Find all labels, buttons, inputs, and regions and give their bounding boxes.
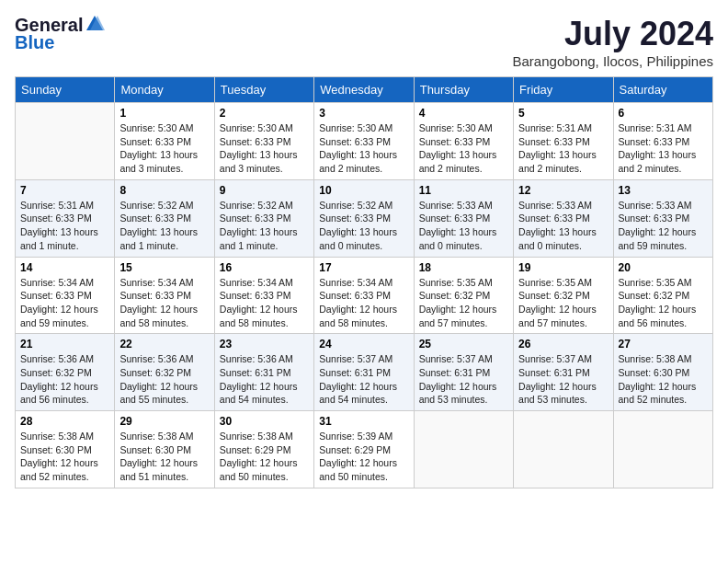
day-info: Sunrise: 5:32 AM Sunset: 6:33 PM Dayligh… (119, 199, 209, 253)
calendar-cell: 26Sunrise: 5:37 AM Sunset: 6:31 PM Dayli… (514, 334, 613, 411)
month-title: July 2024 (513, 15, 713, 53)
calendar-cell: 7Sunrise: 5:31 AM Sunset: 6:33 PM Daylig… (16, 179, 115, 257)
calendar-cell: 14Sunrise: 5:34 AM Sunset: 6:33 PM Dayli… (16, 257, 115, 334)
calendar-cell: 11Sunrise: 5:33 AM Sunset: 6:33 PM Dayli… (414, 179, 513, 257)
day-info: Sunrise: 5:36 AM Sunset: 6:32 PM Dayligh… (20, 352, 109, 407)
calendar-cell: 27Sunrise: 5:38 AM Sunset: 6:30 PM Dayli… (613, 334, 712, 411)
day-number: 13 (619, 184, 708, 197)
day-info: Sunrise: 5:36 AM Sunset: 6:32 PM Dayligh… (119, 352, 209, 407)
day-number: 7 (20, 184, 109, 197)
calendar-cell: 29Sunrise: 5:38 AM Sunset: 6:30 PM Dayli… (115, 411, 214, 488)
calendar-cell: 30Sunrise: 5:38 AM Sunset: 6:29 PM Dayli… (214, 411, 313, 488)
weekday-header-thursday: Thursday (414, 77, 513, 103)
weekday-header-saturday: Saturday (613, 77, 712, 103)
day-number: 26 (518, 338, 608, 350)
week-row-2: 7Sunrise: 5:31 AM Sunset: 6:33 PM Daylig… (16, 179, 713, 257)
day-number: 10 (319, 184, 408, 197)
calendar-cell: 31Sunrise: 5:39 AM Sunset: 6:29 PM Dayli… (314, 411, 414, 488)
day-info: Sunrise: 5:35 AM Sunset: 6:32 PM Dayligh… (518, 276, 608, 330)
day-info: Sunrise: 5:31 AM Sunset: 6:33 PM Dayligh… (619, 121, 708, 176)
calendar-cell: 8Sunrise: 5:32 AM Sunset: 6:33 PM Daylig… (115, 179, 214, 257)
calendar-cell: 19Sunrise: 5:35 AM Sunset: 6:32 PM Dayli… (514, 257, 613, 334)
day-number: 17 (319, 261, 408, 274)
day-info: Sunrise: 5:39 AM Sunset: 6:29 PM Dayligh… (319, 430, 408, 484)
day-number: 25 (419, 338, 508, 350)
calendar-cell: 1Sunrise: 5:30 AM Sunset: 6:33 PM Daylig… (115, 103, 214, 180)
page-header: General Blue July 2024 Barangobong, Iloc… (15, 15, 713, 69)
day-info: Sunrise: 5:30 AM Sunset: 6:33 PM Dayligh… (119, 121, 209, 176)
calendar-cell: 25Sunrise: 5:37 AM Sunset: 6:31 PM Dayli… (414, 334, 513, 411)
day-info: Sunrise: 5:30 AM Sunset: 6:33 PM Dayligh… (319, 121, 408, 176)
day-number: 18 (419, 261, 508, 274)
day-number: 19 (518, 261, 608, 274)
day-number: 4 (419, 107, 508, 120)
calendar-cell: 10Sunrise: 5:32 AM Sunset: 6:33 PM Dayli… (314, 179, 414, 257)
day-number: 22 (119, 338, 209, 350)
day-number: 27 (619, 338, 708, 350)
day-info: Sunrise: 5:37 AM Sunset: 6:31 PM Dayligh… (518, 352, 608, 407)
day-info: Sunrise: 5:31 AM Sunset: 6:33 PM Dayligh… (518, 121, 608, 176)
logo-icon (85, 14, 105, 34)
day-number: 28 (20, 415, 109, 428)
calendar-cell: 6Sunrise: 5:31 AM Sunset: 6:33 PM Daylig… (613, 103, 712, 180)
weekday-header-row: SundayMondayTuesdayWednesdayThursdayFrid… (16, 77, 713, 103)
day-info: Sunrise: 5:30 AM Sunset: 6:33 PM Dayligh… (419, 121, 508, 176)
calendar-cell: 5Sunrise: 5:31 AM Sunset: 6:33 PM Daylig… (514, 103, 613, 180)
day-info: Sunrise: 5:34 AM Sunset: 6:33 PM Dayligh… (119, 276, 209, 330)
day-info: Sunrise: 5:37 AM Sunset: 6:31 PM Dayligh… (319, 352, 408, 407)
day-number: 9 (220, 184, 309, 197)
weekday-header-monday: Monday (115, 77, 214, 103)
week-row-4: 21Sunrise: 5:36 AM Sunset: 6:32 PM Dayli… (16, 334, 713, 411)
day-info: Sunrise: 5:36 AM Sunset: 6:31 PM Dayligh… (220, 352, 309, 407)
day-number: 16 (220, 261, 309, 274)
day-info: Sunrise: 5:33 AM Sunset: 6:33 PM Dayligh… (619, 199, 708, 253)
location: Barangobong, Ilocos, Philippines (513, 53, 713, 69)
day-number: 29 (119, 415, 209, 428)
day-number: 11 (419, 184, 508, 197)
calendar-cell: 2Sunrise: 5:30 AM Sunset: 6:33 PM Daylig… (214, 103, 313, 180)
calendar-cell (414, 411, 513, 488)
day-info: Sunrise: 5:33 AM Sunset: 6:33 PM Dayligh… (518, 199, 608, 253)
calendar-cell: 12Sunrise: 5:33 AM Sunset: 6:33 PM Dayli… (514, 179, 613, 257)
day-number: 14 (20, 261, 109, 274)
calendar-cell: 28Sunrise: 5:38 AM Sunset: 6:30 PM Dayli… (16, 411, 115, 488)
calendar-cell: 9Sunrise: 5:32 AM Sunset: 6:33 PM Daylig… (214, 179, 313, 257)
calendar-cell (514, 411, 613, 488)
calendar-cell (16, 103, 115, 180)
day-number: 1 (119, 107, 209, 120)
day-info: Sunrise: 5:38 AM Sunset: 6:29 PM Dayligh… (220, 430, 309, 484)
day-number: 24 (319, 338, 408, 350)
calendar-cell: 16Sunrise: 5:34 AM Sunset: 6:33 PM Dayli… (214, 257, 313, 334)
calendar-cell: 3Sunrise: 5:30 AM Sunset: 6:33 PM Daylig… (314, 103, 414, 180)
day-number: 30 (220, 415, 309, 428)
day-info: Sunrise: 5:34 AM Sunset: 6:33 PM Dayligh… (220, 276, 309, 330)
week-row-3: 14Sunrise: 5:34 AM Sunset: 6:33 PM Dayli… (16, 257, 713, 334)
week-row-1: 1Sunrise: 5:30 AM Sunset: 6:33 PM Daylig… (16, 103, 713, 180)
day-info: Sunrise: 5:38 AM Sunset: 6:30 PM Dayligh… (20, 430, 109, 484)
logo-blue-text: Blue (15, 32, 54, 53)
day-info: Sunrise: 5:35 AM Sunset: 6:32 PM Dayligh… (419, 276, 508, 330)
day-info: Sunrise: 5:34 AM Sunset: 6:33 PM Dayligh… (319, 276, 408, 330)
calendar-cell: 23Sunrise: 5:36 AM Sunset: 6:31 PM Dayli… (214, 334, 313, 411)
day-info: Sunrise: 5:35 AM Sunset: 6:32 PM Dayligh… (619, 276, 708, 330)
day-info: Sunrise: 5:34 AM Sunset: 6:33 PM Dayligh… (20, 276, 109, 330)
day-info: Sunrise: 5:30 AM Sunset: 6:33 PM Dayligh… (220, 121, 309, 176)
calendar-cell: 15Sunrise: 5:34 AM Sunset: 6:33 PM Dayli… (115, 257, 214, 334)
day-number: 2 (220, 107, 309, 120)
day-info: Sunrise: 5:38 AM Sunset: 6:30 PM Dayligh… (619, 352, 708, 407)
day-number: 12 (518, 184, 608, 197)
day-number: 6 (619, 107, 708, 120)
title-area: July 2024 Barangobong, Ilocos, Philippin… (513, 15, 713, 69)
day-info: Sunrise: 5:38 AM Sunset: 6:30 PM Dayligh… (119, 430, 209, 484)
day-number: 3 (319, 107, 408, 120)
calendar-cell: 24Sunrise: 5:37 AM Sunset: 6:31 PM Dayli… (314, 334, 414, 411)
calendar-cell: 13Sunrise: 5:33 AM Sunset: 6:33 PM Dayli… (613, 179, 712, 257)
day-number: 31 (319, 415, 408, 428)
day-info: Sunrise: 5:37 AM Sunset: 6:31 PM Dayligh… (419, 352, 508, 407)
day-number: 15 (119, 261, 209, 274)
day-number: 8 (119, 184, 209, 197)
calendar-cell: 22Sunrise: 5:36 AM Sunset: 6:32 PM Dayli… (115, 334, 214, 411)
weekday-header-sunday: Sunday (16, 77, 115, 103)
day-info: Sunrise: 5:32 AM Sunset: 6:33 PM Dayligh… (220, 199, 309, 253)
day-number: 21 (20, 338, 109, 350)
